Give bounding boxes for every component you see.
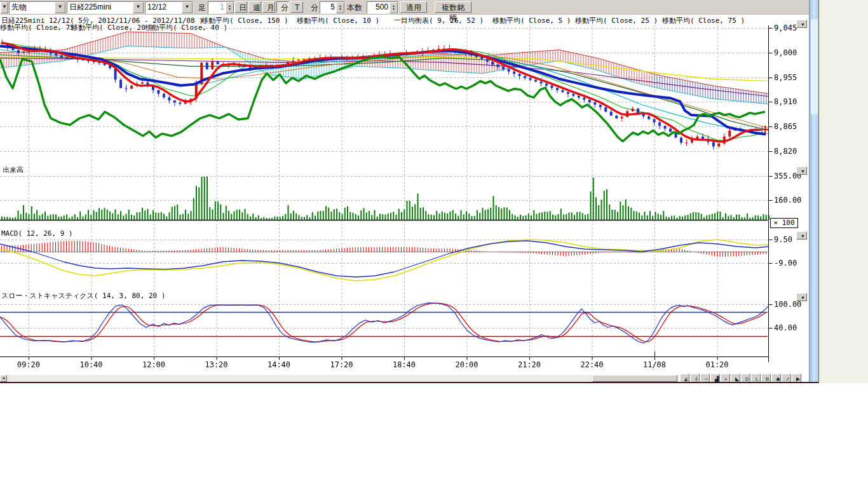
instrument-type-combo[interactable]: 先物 ▼ <box>9 1 66 14</box>
mini-chart-toolbar: ◭ ┼ ─ ▟ ▪ ◣ D L B ◉ ✓ ▶ <box>680 374 809 382</box>
minutes-spinner[interactable]: 5 ▲▼ <box>320 1 345 14</box>
stoch-pane-label: スロー・ストキャスティクス( 14, 3, 80, 20 ) <box>1 291 165 301</box>
chart-tool-b-button[interactable]: B <box>761 374 771 382</box>
edge-combo[interactable]: ▼ <box>0 1 9 14</box>
top-toolbar: ▼ 先物 ▼ 日経225mini ▼ 12/12 ▼ 足 1 ▲▼ 日 週 月 … <box>0 0 809 15</box>
chevron-down-icon[interactable]: ▼ <box>1 2 8 13</box>
volume-scale-dropdown[interactable]: ▼ <box>796 166 807 175</box>
period-month-button[interactable]: 月 <box>262 1 275 13</box>
bar-count-label: 本数 <box>347 3 362 13</box>
scroll-left-icon[interactable]: ◄ <box>0 375 7 382</box>
chart-canvas[interactable] <box>0 25 774 363</box>
bar-label: 足 <box>198 3 206 13</box>
chart-tool-next-button[interactable]: ▶ <box>792 374 801 382</box>
spinner-arrows-icon[interactable]: ▲▼ <box>226 2 234 13</box>
vertical-scrollbar[interactable] <box>809 0 819 382</box>
indicator-ma5-label: 移動平均( Close, 5 ) <box>492 16 571 25</box>
chart-tool-dot-button[interactable]: ▪ <box>721 374 730 382</box>
spinner-arrows-icon[interactable]: ▲▼ <box>390 2 398 13</box>
trading-app-window: ▼ 先物 ▼ 日経225mini ▼ 12/12 ▼ 足 1 ▲▼ 日 週 月 … <box>0 0 868 488</box>
time-label: 18:40 <box>390 360 419 369</box>
chart-tool-circle-button[interactable]: ◉ <box>771 374 781 382</box>
window-bottom-edge <box>0 382 818 383</box>
chart-tool-line-button[interactable]: ─ <box>700 374 710 382</box>
chart-tool-area-button[interactable]: ◣ <box>731 374 740 382</box>
price-tick-label: 8,910 <box>774 97 797 106</box>
chevron-down-icon[interactable]: ▼ <box>55 2 65 13</box>
multi-symbol-button[interactable]: 複数銘柄 <box>435 1 471 13</box>
chevron-down-icon[interactable]: ▼ <box>182 2 193 13</box>
price-tick-label: 8,955 <box>774 73 797 82</box>
indicator-ma75-label: 移動平均( Close, 75 ) <box>662 16 745 25</box>
price-scale-dropdown[interactable]: ▼ <box>796 20 807 28</box>
macd-scale-dropdown[interactable]: ▼ <box>796 231 807 240</box>
macd-tick-label: 9.50 <box>774 235 792 244</box>
scrollbar-thumb[interactable] <box>592 375 677 382</box>
macd-tick-label: -9.00 <box>774 259 797 268</box>
volume-pane-label: 出来高 <box>3 165 24 175</box>
chart-tool-cross-button[interactable]: ┼ <box>690 374 700 382</box>
indicator-ma25-label: 移動平均( Close, 25 ) <box>575 16 658 25</box>
time-label: 10:40 <box>77 360 106 369</box>
period-day-button[interactable]: 日 <box>234 1 247 13</box>
time-label: 17:20 <box>327 360 356 369</box>
spinner-arrows-icon[interactable]: ▲▼ <box>336 2 344 13</box>
chart-tool-candle-button[interactable]: ◭ <box>680 374 689 382</box>
minutes-label: 分 <box>311 3 318 13</box>
bar-interval-spinner[interactable]: 1 ▲▼ <box>208 1 234 14</box>
period-minute-button[interactable]: 分 <box>276 1 289 13</box>
price-tick-label: 9,000 <box>774 48 797 57</box>
stoch-scale-dropdown[interactable]: ▼ <box>796 293 807 301</box>
price-tick-label: 8,820 <box>774 147 797 156</box>
indicator-ma10-label: 移動平均( Close, 10 ) <box>297 16 379 25</box>
time-label: 13:20 <box>202 360 231 369</box>
scrollbar-thumb[interactable] <box>811 19 818 114</box>
time-label: 20:00 <box>452 360 482 369</box>
time-label: 09:20 <box>14 360 43 369</box>
apply-button[interactable]: 適用 <box>400 1 427 13</box>
date-label: 11/08 <box>640 360 669 369</box>
contract-month-combo[interactable]: 12/12 ▼ <box>145 1 193 14</box>
price-tick-label: 9,045 <box>774 24 797 32</box>
chevron-down-icon[interactable]: ▼ <box>133 2 144 13</box>
indicator-ichimoku-label: 一目均衡表( 9, 26, 52 ) <box>394 16 484 25</box>
volume-multiplier-box: × 100 <box>770 218 798 228</box>
chart-tool-d-button[interactable]: D <box>741 374 750 382</box>
time-label: 14:40 <box>264 360 294 369</box>
desktop-background-strip <box>818 0 868 383</box>
time-label: 22:40 <box>578 360 607 369</box>
chart-tool-l-button[interactable]: L <box>751 374 761 382</box>
horizontal-scrollbar[interactable]: ◄ <box>0 375 679 382</box>
volume-tick-label: 160.00 <box>774 196 801 205</box>
period-week-button[interactable]: 週 <box>248 1 261 13</box>
chart-tool-check-button[interactable]: ✓ <box>782 374 791 382</box>
period-tick-button[interactable]: T <box>290 1 303 13</box>
stoch-tick-label: 40.00 <box>774 323 797 332</box>
chart-tool-bars-button[interactable]: ▟ <box>710 374 720 382</box>
instrument-combo[interactable]: 日経225mini ▼ <box>67 1 144 14</box>
price-tick-label: 8,865 <box>774 122 797 131</box>
bar-count-spinner[interactable]: 500 ▲▼ <box>367 1 398 14</box>
time-label: 21:20 <box>515 360 544 369</box>
time-label: 12:00 <box>139 360 168 369</box>
macd-pane-label: MACD( 12, 26, 9 ) <box>1 229 73 238</box>
time-label: 01:20 <box>703 360 732 369</box>
